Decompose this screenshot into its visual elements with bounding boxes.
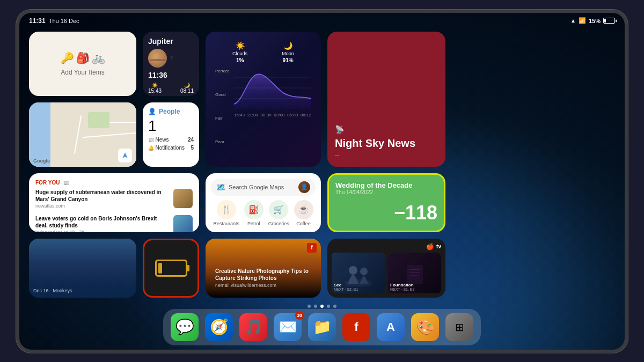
nightsky-title: Night Sky News (335, 137, 438, 150)
dot-5[interactable] (333, 305, 336, 308)
notif-count: 5 (191, 145, 194, 151)
gmaps-cat-groceries[interactable]: 🛒 Groceries (268, 200, 289, 226)
dock-appstore[interactable]: A (377, 313, 405, 341)
widget-people[interactable]: 👤 People 1 📰 News 24 🔔 Notifications (143, 102, 199, 167)
bike-icon: 🚲 (92, 51, 105, 64)
graph-time2: 21:00 (247, 113, 258, 117)
widget-google-maps[interactable]: 🗺️ Search Google Maps 👤 🍴 Restaurants ⛽ … (206, 173, 321, 232)
nightsky-subtitle: -- (335, 152, 438, 159)
appletv-icon: 🍎 (426, 243, 434, 250)
status-bar: 11:31 Thu 16 Dec ▲ 📶 15% (19, 13, 625, 29)
people-header: 👤 People (148, 108, 194, 115)
appletv-show1-title: See (334, 283, 383, 287)
widget-maps[interactable]: Google (29, 102, 136, 167)
news-text-2: Leave voters go cold on Boris Johnson's … (35, 215, 169, 232)
jupiter-title: Jupiter (148, 37, 194, 46)
dot-2[interactable] (314, 305, 317, 308)
news-item-2[interactable]: Leave voters go cold on Boris Johnson's … (35, 215, 193, 232)
gmaps-cat-label-groceries: Groceries (268, 221, 289, 226)
flipboard-icon: f (354, 320, 358, 334)
jupiter-planet (148, 49, 167, 68)
messages-icon: 💬 (175, 318, 194, 336)
gmaps-cat-label-restaurants: Restaurants (213, 221, 239, 226)
widget-space-weather[interactable]: ☀️ Clouds 1% 🌙 Moon 91% Perfec (206, 32, 321, 167)
key-icon: 🔑 (61, 51, 74, 64)
gmaps-cat-petrol[interactable]: ⛽ Petrol (244, 200, 264, 226)
jupiter-arrow: ↑ (170, 54, 173, 62)
widget-nightsky[interactable]: 📡 Night Sky News -- (327, 32, 445, 167)
widget-news[interactable]: FOR YOU 📰 Huge supply of subterranean wa… (29, 173, 199, 232)
news-for-you-label: FOR YOU 📰 (35, 180, 193, 186)
appletv-show-see[interactable]: See NEXT · S2, E1 (332, 253, 385, 293)
dock-flipboard[interactable]: f (342, 313, 370, 341)
wifi-icon: 📶 (579, 17, 586, 24)
cal-event-title: Wedding of the Decade (335, 181, 437, 189)
appletv-content: See NEXT · S2, E1 (332, 253, 441, 293)
news-item-1[interactable]: Huge supply of subterranean water discov… (35, 189, 193, 209)
quality-poor: Poor (215, 139, 231, 144)
moon-val: 91% (283, 57, 294, 63)
dock-messages[interactable]: 💬 (171, 313, 199, 341)
systeminfo-icon: ⊞ (455, 321, 464, 334)
dock-safari[interactable]: 🧭 (205, 313, 233, 341)
quality-perfect: Perfect (215, 69, 231, 73)
ipad-frame: 11:31 Thu 16 Dec ▲ 📶 15% 🔑 🎒 🚲 (16, 10, 628, 353)
status-left: 11:31 Thu 16 Dec (29, 17, 79, 25)
reminders-label: Add Your Items (61, 69, 104, 76)
dot-4[interactable] (327, 305, 330, 308)
gmaps-categories: 🍴 Restaurants ⛽ Petrol 🛒 Groceries ☕ Cof… (211, 200, 316, 226)
people-count: 1 (148, 117, 194, 135)
time: 11:31 (29, 17, 46, 25)
graph-time5: 06:00 (287, 113, 298, 117)
dock-music[interactable]: 🎵 (239, 313, 267, 341)
flipboard-badge: f (307, 243, 317, 253)
widget-calendar[interactable]: Wedding of the Decade Thu 14/04/2022 −11… (327, 173, 445, 232)
google-label: Google (33, 158, 50, 164)
widget-battery[interactable] (143, 239, 199, 298)
gmaps-profile-icon: 👤 (298, 181, 310, 193)
jupiter-sunset: 15:43 (148, 88, 162, 94)
news-source-1: newatlas.com (35, 203, 169, 209)
people-notif-row: 🔔 Notifications 5 (148, 145, 194, 151)
dot-3-active[interactable] (320, 305, 324, 308)
jupiter-moonrise: 08:11 (180, 88, 194, 94)
gmaps-search-text: Search Google Maps (229, 184, 295, 190)
cellular-icon: ▲ (570, 18, 576, 24)
dot-1[interactable] (308, 305, 311, 308)
dock-files[interactable]: 📁 (308, 313, 336, 341)
widget-jupiter[interactable]: Jupiter ↑ 11:36 ☀️ 15:43 🌙 08:11 (143, 32, 199, 96)
news-label: News (156, 137, 169, 143)
dock-systeminfo[interactable]: ⊞ (445, 313, 473, 341)
battery-widget-fill (158, 263, 162, 274)
files-icon: 📁 (313, 318, 332, 336)
gmaps-map-icon: 🗺️ (216, 183, 225, 191)
bag-icon: 🎒 (76, 51, 90, 64)
news-thumb-1 (173, 189, 193, 208)
dock-mail[interactable]: ✉️ 30 (274, 313, 302, 341)
widget-tv-monkeys[interactable]: Dec 16 - Monkeys (29, 239, 136, 298)
battery-percent: 15% (589, 18, 601, 24)
jupiter-time: 11:36 (148, 71, 194, 79)
widgets-area: 🔑 🎒 🚲 Add Your Items Jupiter ↑ 11:36 ☀️ (29, 32, 615, 299)
date: Thu 16 Dec (49, 18, 79, 24)
appletv-show2-next: NEXT · S1, E9 (390, 287, 439, 291)
gmaps-search-bar[interactable]: 🗺️ Search Google Maps 👤 (211, 179, 316, 196)
appletv-show-foundation[interactable]: Foundation NEXT · S1, E9 (388, 253, 441, 293)
people-title: People (159, 108, 180, 115)
widget-reminders[interactable]: 🔑 🎒 🚲 Add Your Items (29, 32, 136, 96)
colors-icon: 🎨 (416, 318, 435, 336)
gmaps-cat-coffee[interactable]: ☕ Coffee (294, 200, 313, 226)
status-right: ▲ 📶 15% (570, 17, 615, 24)
people-icon: 👤 (148, 108, 156, 115)
maps-navigate-button[interactable] (118, 149, 132, 162)
widget-article[interactable]: f Creative Nature Photography Tips to Ca… (206, 239, 321, 298)
dock-colors[interactable]: 🎨 (411, 313, 439, 341)
gmaps-cat-restaurants[interactable]: 🍴 Restaurants (213, 200, 239, 226)
music-icon: 🎵 (244, 318, 263, 336)
quality-fair: Fair (215, 116, 231, 121)
people-news-row: 📰 News 24 (148, 137, 194, 143)
widget-apple-tv[interactable]: 🍎 tv (327, 239, 445, 298)
cal-countdown: −118 (335, 202, 437, 224)
mail-badge: 30 (295, 311, 304, 320)
battery-widget-display (155, 260, 187, 277)
